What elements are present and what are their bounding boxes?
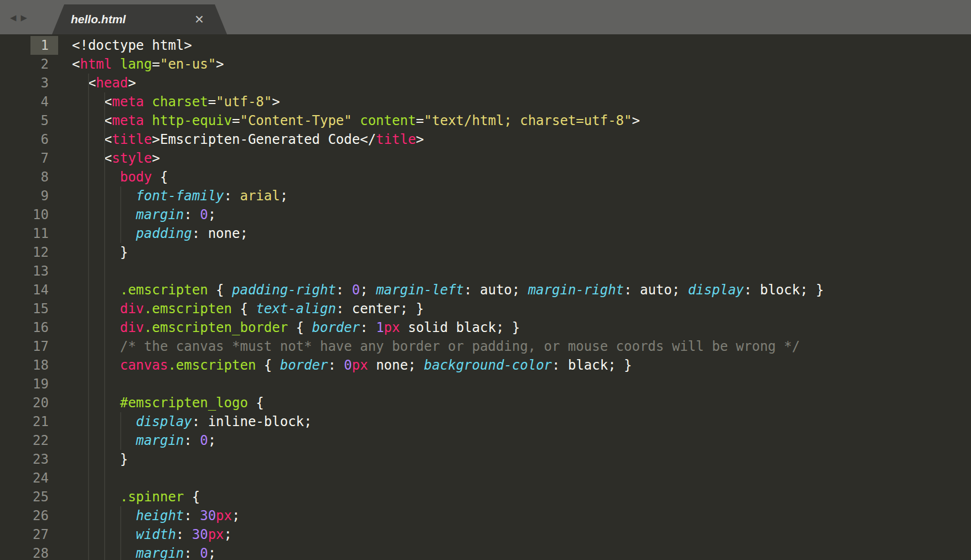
line-number[interactable]: 27 (0, 525, 58, 544)
line-number[interactable]: 22 (0, 431, 58, 450)
code-text: width: 30px; (58, 525, 232, 544)
code-text: .emscripten { padding-right: 0; margin-l… (58, 281, 824, 299)
line-number[interactable]: 5 (0, 111, 58, 130)
line-number[interactable]: 20 (0, 393, 58, 412)
code-line[interactable]: 15 div.emscripten { text-align: center; … (0, 299, 971, 318)
code-text: height: 30px; (58, 506, 240, 525)
editor: 1<!doctype html>2<html lang="en-us">3 <h… (0, 34, 971, 560)
code-text: <meta http-equiv="Content-Type" content=… (58, 111, 640, 130)
code-text: margin: 0; (58, 431, 216, 450)
line-number[interactable]: 18 (0, 356, 58, 375)
code-text: <style> (58, 149, 160, 168)
code-text: .spinner { (58, 488, 200, 506)
code-text: div.emscripten { text-align: center; } (58, 299, 424, 318)
code-line[interactable]: 6 <title>Emscripten-Generated Code</titl… (0, 130, 971, 149)
nav-back-icon[interactable]: ◀ (10, 12, 16, 23)
code-text: margin: 0; (58, 544, 216, 560)
line-number[interactable]: 1 (0, 36, 58, 55)
code-text: margin: 0; (58, 205, 216, 224)
code-line[interactable]: 18 canvas.emscripten { border: 0px none;… (0, 356, 971, 375)
code-line[interactable]: 12 } (0, 243, 971, 262)
line-number[interactable]: 28 (0, 544, 58, 560)
code-line[interactable]: 27 width: 30px; (0, 525, 971, 544)
code-line[interactable]: 10 margin: 0; (0, 205, 971, 224)
code-line[interactable]: 17 /* the canvas *must not* have any bor… (0, 337, 971, 356)
line-number[interactable]: 23 (0, 450, 58, 469)
code-line[interactable]: 22 margin: 0; (0, 431, 971, 450)
line-number[interactable]: 15 (0, 299, 58, 318)
nav-arrows: ◀ ▶ (10, 12, 27, 23)
tab-title: hello.html (71, 13, 126, 26)
line-number[interactable]: 13 (0, 262, 58, 281)
code-text: #emscripten_logo { (58, 393, 264, 412)
code-line[interactable]: 1<!doctype html> (0, 36, 971, 55)
line-number[interactable]: 16 (0, 318, 58, 337)
code-text: <!doctype html> (58, 36, 192, 55)
line-number[interactable]: 10 (0, 205, 58, 224)
code-line[interactable]: 16 div.emscripten_border { border: 1px s… (0, 318, 971, 337)
code-text (58, 469, 72, 488)
code-text: padding: none; (58, 224, 248, 243)
code-line[interactable]: 21 display: inline-block; (0, 412, 971, 431)
line-number[interactable]: 6 (0, 130, 58, 149)
code-line[interactable]: 23 } (0, 450, 971, 469)
code-text: div.emscripten_border { border: 1px soli… (58, 318, 520, 337)
line-number[interactable]: 11 (0, 224, 58, 243)
tab-hello-html[interactable]: hello.html × (52, 4, 227, 34)
tab-bar: ◀ ▶ hello.html × (0, 0, 971, 34)
code-line[interactable]: 9 font-family: arial; (0, 186, 971, 205)
line-number[interactable]: 14 (0, 281, 58, 299)
code-line[interactable]: 20 #emscripten_logo { (0, 393, 971, 412)
code-line[interactable]: 4 <meta charset="utf-8"> (0, 92, 971, 111)
code-text: font-family: arial; (58, 186, 288, 205)
tab-close-icon[interactable]: × (195, 12, 204, 27)
line-number[interactable]: 4 (0, 92, 58, 111)
line-number[interactable]: 19 (0, 375, 58, 393)
code-line[interactable]: 25 .spinner { (0, 488, 971, 506)
line-number[interactable]: 7 (0, 149, 58, 168)
code-line[interactable]: 11 padding: none; (0, 224, 971, 243)
code-text: /* the canvas *must not* have any border… (58, 337, 800, 356)
line-number[interactable]: 8 (0, 168, 58, 186)
line-number[interactable]: 26 (0, 506, 58, 525)
line-number[interactable]: 25 (0, 488, 58, 506)
line-number[interactable]: 12 (0, 243, 58, 262)
line-number[interactable]: 17 (0, 337, 58, 356)
code-line[interactable]: 5 <meta http-equiv="Content-Type" conten… (0, 111, 971, 130)
line-number[interactable]: 3 (0, 74, 58, 92)
code-line[interactable]: 8 body { (0, 168, 971, 186)
code-line[interactable]: 3 <head> (0, 74, 971, 92)
code-line[interactable]: 26 height: 30px; (0, 506, 971, 525)
code-text: canvas.emscripten { border: 0px none; ba… (58, 356, 632, 375)
nav-forward-icon[interactable]: ▶ (20, 12, 27, 23)
code-line[interactable]: 28 margin: 0; (0, 544, 971, 560)
code-text: } (58, 243, 128, 262)
code-text (58, 262, 72, 281)
code-text (58, 375, 72, 393)
code-text: } (58, 450, 128, 469)
code-text: body { (58, 168, 168, 186)
line-number[interactable]: 24 (0, 469, 58, 488)
code-line[interactable]: 2<html lang="en-us"> (0, 55, 971, 74)
code-line[interactable]: 13 (0, 262, 971, 281)
code-line[interactable]: 14 .emscripten { padding-right: 0; margi… (0, 281, 971, 299)
line-number[interactable]: 21 (0, 412, 58, 431)
code-text: display: inline-block; (58, 412, 312, 431)
code-line[interactable]: 19 (0, 375, 971, 393)
code-area[interactable]: 1<!doctype html>2<html lang="en-us">3 <h… (0, 36, 971, 560)
code-text: <html lang="en-us"> (58, 55, 224, 74)
line-number[interactable]: 2 (0, 55, 58, 74)
code-line[interactable]: 24 (0, 469, 971, 488)
code-line[interactable]: 7 <style> (0, 149, 971, 168)
line-number[interactable]: 9 (0, 186, 58, 205)
code-text: <meta charset="utf-8"> (58, 92, 280, 111)
code-text: <head> (58, 74, 136, 92)
code-text: <title>Emscripten-Generated Code</title> (58, 130, 424, 149)
